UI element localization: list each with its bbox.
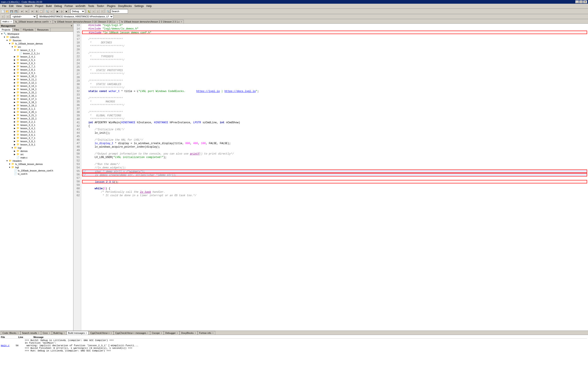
logs-tab-buildmsg-close[interactable]: ✕ [85,332,87,334]
menu-fortran[interactable]: Fortran [63,4,74,8]
logs-tab-debugger-close[interactable]: ✕ [176,332,178,334]
logs-tab-cccc[interactable]: Cccc ✕ [41,331,52,335]
run-button[interactable]: ▷ [60,9,64,13]
tree-lvgl[interactable]: ▼📁lvgl [0,146,73,149]
tree-lesson-2-3-1-file[interactable]: 📄 lesson_2_3_1.c [0,52,73,55]
tree-lv-conf-h[interactable]: 📄lv_conf.h [0,172,73,175]
tree-lesson-3-9-1[interactable]: ▶📁lesson_3_9_1 [0,143,73,146]
tree-lesson-3-11-1[interactable]: ▶📁lesson_3_11_1 [0,78,73,81]
toolbar2-btn2[interactable]: → [6,15,10,19]
logs-tab-cppcheck-msg[interactable]: CppCheck/Vera++ messages ✕ [114,331,150,335]
tree-lesson-3-12-1[interactable]: ▶📁lesson_3_12_1 [0,81,73,84]
menu-plugins[interactable]: Plugins [105,4,117,8]
redo-button[interactable]: ↪ [24,9,28,13]
tree-lesson-3-14-1[interactable]: ▶📁lesson_3_14_1 [0,88,73,91]
open-file-button[interactable]: 📂 [5,9,9,13]
maximize-button[interactable]: □ [579,0,583,3]
logs-tab-cscope-close[interactable]: ✕ [160,332,162,334]
tree-lvgl-demos[interactable]: ▶📁demos [0,149,73,152]
tab-lesson-3-16-close[interactable]: ✕ [116,21,118,23]
tree-src[interactable]: ▼ 📁 src [0,45,73,48]
logs-tab-buildmsg[interactable]: Build messages ✕ [66,331,89,335]
tree-lesson-3-5-1[interactable]: ▶📁lesson_3_5_1 [0,130,73,133]
sidebar-tab-projects[interactable]: Projects [0,28,12,31]
build-button[interactable]: ▶ [56,9,60,13]
function-select[interactable]: WinMain(HINSTANCE hInstance, HINSTANCE h… [37,14,113,19]
debug-button[interactable]: 🐛 [87,9,91,13]
menu-tools-plus[interactable]: Tools+ [95,4,105,8]
tree-littlevgl[interactable]: ▼ 📁 LittlevGL [0,35,73,39]
minimize-button[interactable]: _ [575,0,579,3]
tree-main-c[interactable]: 📄main.c [0,156,73,159]
sidebar-tab-files[interactable]: Files [12,28,21,31]
tree-lesson-3-2-1[interactable]: ▶📁lesson_3_2_1 [0,120,73,123]
tree-lesson-2-9-1[interactable]: ▶📁lesson_2_9_1 [0,71,73,74]
tree-lesson-2-8-1[interactable]: ▶📁lesson_2_8_1 [0,68,73,71]
save-all-button[interactable]: 💾 [14,9,18,13]
tree-lesson-3-10-1[interactable]: ▶📁lesson_3_10_1 [0,74,73,78]
step-over-button[interactable]: → [91,9,95,13]
save-button[interactable]: 💾 [10,9,13,13]
logs-tab-buildlog[interactable]: Build log ✕ [52,331,66,335]
stop-button[interactable]: ■ [64,9,68,13]
step-into-button[interactable]: ↓ [96,9,100,13]
tree-conf-h[interactable]: 📄lv_100ask_lesson_demos_conf.h [0,169,73,172]
tree-lesson-2-7-1[interactable]: ▶📁lesson_2_7_1 [0,65,73,68]
tree-lesson-2-5-1[interactable]: ▶📁lesson_2_5_1 [0,58,73,61]
build-config-select[interactable]: Debug Release [70,9,85,13]
logs-tab-codeblocks-close[interactable]: ✕ [17,332,19,334]
tree-lesson-3-16-1[interactable]: ▶📁lesson_3_16_1 [0,94,73,97]
scope-select[interactable]: <global> [10,14,36,19]
menu-settings[interactable]: Settings [133,4,145,8]
sidebar-close-icon[interactable]: ✕ [71,24,72,27]
logs-tab-codeblocks[interactable]: Code::Blocks ✕ [1,331,21,335]
menu-tools[interactable]: Tools [87,4,95,8]
undo-button[interactable]: ↩ [20,9,24,13]
tab-demos-conf[interactable]: lv_100ask lesson demos conf.h ✕ [14,20,52,23]
logs-tab-debugger[interactable]: Debugger ✕ [164,331,180,335]
tree-headers-lv-demos[interactable]: ▼📁lv_100ask_lesson_demos [0,162,73,166]
new-file-button[interactable]: 📄 [1,9,5,13]
tree-lesson-3-3-1[interactable]: ▶📁lesson_3_3_1 [0,123,73,127]
menu-help[interactable]: Help [145,4,153,8]
tree-lesson-3-20-1[interactable]: ▶📁lesson_3_20_1 [0,110,73,113]
tab-main-c[interactable]: main.c ✕ [1,20,13,23]
tree-lesson-2-4-1[interactable]: ▶📁lesson_2_4_1 [0,55,73,58]
logs-tab-doxyblocks-close[interactable]: ✕ [194,332,196,334]
tree-headers-lvgl[interactable]: ▼📁lvgl [0,166,73,169]
tree-lesson-3-19-1[interactable]: ▶📁lesson_3_19_1 [0,104,73,107]
search-button[interactable]: 🔍 [106,9,110,13]
tree-workspace[interactable]: ▼ 🔧 Workspace [0,32,73,35]
logs-tab-cppcheck-close[interactable]: ✕ [110,332,112,334]
logs-tab-search[interactable]: Search results ✕ [21,331,41,335]
search-input[interactable] [111,9,128,13]
menu-edit[interactable]: Edit [8,4,15,8]
menu-build[interactable]: Build [44,4,53,8]
step-out-button[interactable]: ↑ [100,9,104,13]
menu-wxsmith[interactable]: wxSmith [74,4,87,8]
logs-tab-cscope[interactable]: Cscope ✕ [150,331,164,335]
tab-lesson-2-3[interactable]: lv 100ask lesson demos/src/lesson 2 3 1\… [120,20,184,23]
tree-lesson-3-4-1[interactable]: ▶📁lesson_3_4_1 [0,127,73,130]
editor-content[interactable]: 13 14 15 16 17 18 19 20 21 22 23 24 25 2… [74,24,588,331]
logs-tab-fortran-close[interactable]: ✕ [212,332,214,334]
tree-lesson-3-13-1[interactable]: ▶📁lesson_3_13_1 [0,84,73,88]
menu-project[interactable]: Project [34,4,44,8]
sidebar-tab-fsymbols[interactable]: FSymbols [21,28,35,31]
menu-file[interactable]: File [1,4,8,8]
logs-tab-buildlog-close[interactable]: ✕ [63,332,65,334]
menu-debug[interactable]: Debug [53,4,63,8]
tab-main-c-close[interactable]: ✕ [10,20,12,23]
logs-tab-doxyblocks[interactable]: DoxyBlocks ✕ [180,331,198,335]
close-button[interactable]: ✕ [583,0,587,3]
tree-lesson-3-15-1[interactable]: ▶📁lesson_3_15_1 [0,91,73,94]
tree-lesson-3-7-1[interactable]: ▶📁lesson_3_7_1 [0,136,73,140]
menu-doxyblocks[interactable]: DoxyBlocks [117,4,133,8]
toolbar2-btn1[interactable]: ← [1,15,5,19]
tree-lesson-3-18-1[interactable]: ▶📁lesson_3_18_1 [0,101,73,104]
tab-lesson-3-16[interactable]: lv 100ask lesson demos/src/lesson 3 16 1… [53,20,120,23]
find-button[interactable]: 🔍 [45,9,49,13]
tree-lesson-3-22-1[interactable]: ▶📁lesson_3_22_1 [0,117,73,120]
tree-lesson-3-6-1[interactable]: ▶📁lesson_3_6_1 [0,133,73,136]
cut-button[interactable]: ✂ [31,9,34,13]
